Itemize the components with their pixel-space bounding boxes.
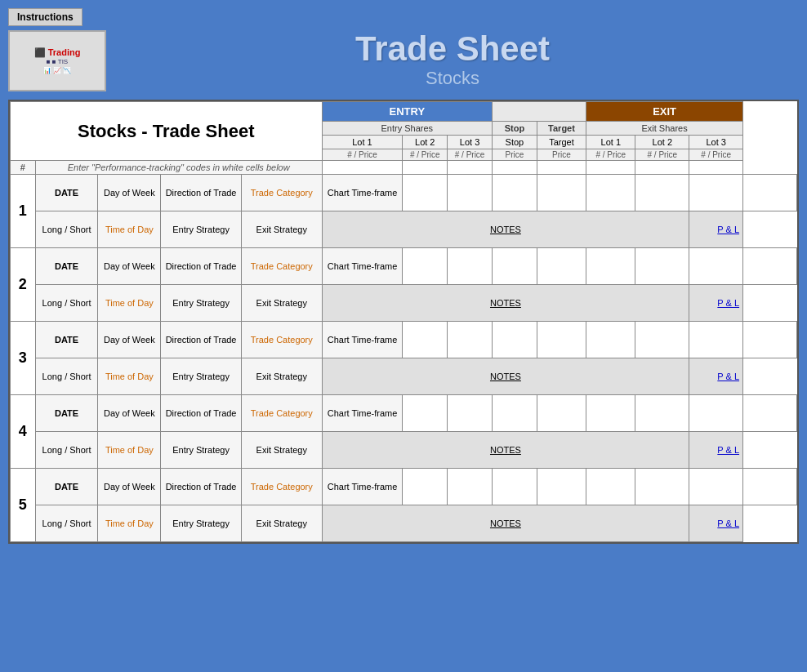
row1-entry-lot2[interactable] [448, 175, 493, 211]
exit-header: EXIT [586, 102, 743, 122]
row5-entry-lot2[interactable] [448, 469, 493, 505]
row3-exit-lot1[interactable] [635, 322, 689, 358]
track-lot1[interactable] [322, 161, 403, 175]
row2-target[interactable] [586, 248, 635, 285]
row1-entry-strategy-label: Entry Strategy [161, 211, 242, 248]
row4-exit-strategy-label: Exit Strategy [241, 432, 322, 469]
hash-cell: # [11, 161, 36, 175]
row2-direction-label: Direction of Trade [161, 248, 242, 285]
track-exit-lot2[interactable] [635, 161, 689, 175]
row3-entry-lot3[interactable] [493, 322, 537, 358]
instructions-btn-area: Instructions [8, 8, 799, 30]
row4-entry-lot2[interactable] [448, 395, 493, 432]
row2-exit-lot1[interactable] [635, 248, 689, 285]
row2-exit-strategy-label: Exit Strategy [241, 285, 322, 322]
exit-lot3-price: # / Price [689, 149, 743, 161]
row4-entry-lot1[interactable] [403, 395, 448, 432]
row4-notes: NOTES [322, 432, 689, 469]
row4-exit-lot2[interactable] [689, 395, 743, 432]
row1-date-label: DATE [35, 175, 98, 211]
entry-lot2-price: # / Price [403, 149, 448, 161]
row5-exit-lot1[interactable] [635, 469, 689, 505]
row3-entry-lot2[interactable] [448, 322, 493, 358]
exit-lot2-header: Lot 2 [635, 136, 689, 149]
row5-timeofday-label: Time of Day [98, 505, 161, 542]
row5-entry-lot3[interactable] [493, 469, 537, 505]
row4-stop[interactable] [537, 395, 586, 432]
row3-direction-label: Direction of Trade [161, 322, 242, 358]
row1-category-label: Trade Category [241, 175, 322, 211]
row3-entry-lot1[interactable] [403, 322, 448, 358]
row1-stop[interactable] [537, 175, 586, 211]
row5-exit-lot3[interactable] [743, 469, 797, 505]
row5-pnl: P & L [689, 505, 743, 542]
row5-category-label: Trade Category [241, 469, 322, 505]
entry-lot1-price: # / Price [322, 149, 403, 161]
row5-direction-label: Direction of Trade [161, 469, 242, 505]
exit-lot3-header: Lot 3 [689, 136, 743, 149]
row2-longshort-label: Long / Short [35, 285, 98, 322]
row-num-4: 4 [11, 395, 36, 469]
row2-timeofday-label: Time of Day [98, 285, 161, 322]
row3-exit-lot3[interactable] [743, 322, 797, 358]
row5-dow-label: Day of Week [98, 469, 161, 505]
row2-stop[interactable] [537, 248, 586, 285]
exit-lot2-price: # / Price [635, 149, 689, 161]
track-exit-lot1[interactable] [586, 161, 635, 175]
row3-category-label: Trade Category [241, 322, 322, 358]
stop-price-sub: Price [493, 149, 537, 161]
target-price-sub: Price [537, 149, 586, 161]
row3-date-label: DATE [35, 322, 98, 358]
row4-timeofday-label: Time of Day [98, 432, 161, 469]
row5-exit-lot2[interactable] [689, 469, 743, 505]
track-lot3[interactable] [448, 161, 493, 175]
track-lot2[interactable] [403, 161, 448, 175]
logo-area: ⬛ Trading ■ ■ TIS 📊 📈 📉 [8, 30, 106, 91]
row3-chart-label: Chart Time-frame [322, 322, 403, 358]
target-price-header: Target [537, 122, 586, 136]
row5-entry-strategy-label: Entry Strategy [161, 505, 242, 542]
row5-entry-lot1[interactable] [403, 469, 448, 505]
row2-entry-lot2[interactable] [448, 248, 493, 285]
row1-exit-strategy-label: Exit Strategy [241, 211, 322, 248]
track-target[interactable] [537, 161, 586, 175]
row4-exit-lot1[interactable] [635, 395, 689, 432]
row1-entry-lot3[interactable] [493, 175, 537, 211]
row4-entry-strategy-label: Entry Strategy [161, 432, 242, 469]
exit-lot1-price: # / Price [586, 149, 635, 161]
row4-entry-lot3[interactable] [493, 395, 537, 432]
row1-target[interactable] [586, 175, 635, 211]
row4-pnl: P & L [689, 432, 743, 469]
row2-exit-lot2[interactable] [689, 248, 743, 285]
row3-notes: NOTES [322, 358, 689, 395]
row1-exit-lot2[interactable] [689, 175, 743, 211]
row5-exit-strategy-label: Exit Strategy [241, 505, 322, 542]
track-stop[interactable] [493, 161, 537, 175]
instructions-button[interactable]: Instructions [8, 8, 82, 26]
row4-target[interactable] [586, 395, 635, 432]
track-exit-lot3[interactable] [689, 161, 743, 175]
sheet-title: Stocks - Trade Sheet [11, 102, 323, 161]
row5-chart-label: Chart Time-frame [322, 469, 403, 505]
row5-target[interactable] [586, 469, 635, 505]
row2-exit-lot3[interactable] [743, 248, 797, 285]
row4-date-label: DATE [35, 395, 98, 432]
entry-shares-label: Entry Shares [322, 122, 492, 136]
row5-stop[interactable] [537, 469, 586, 505]
row1-entry-lot1[interactable] [403, 175, 448, 211]
row1-exit-lot1[interactable] [635, 175, 689, 211]
entry-lot3-price: # / Price [448, 149, 493, 161]
row4-chart-label: Chart Time-frame [322, 395, 403, 432]
row2-notes: NOTES [322, 285, 689, 322]
row3-target[interactable] [586, 322, 635, 358]
row1-exit-lot3[interactable] [743, 175, 797, 211]
row2-entry-lot3[interactable] [493, 248, 537, 285]
row3-longshort-label: Long / Short [35, 358, 98, 395]
row-num-5: 5 [11, 469, 36, 542]
row3-exit-lot2[interactable] [689, 322, 743, 358]
row2-entry-lot1[interactable] [403, 248, 448, 285]
row3-timeofday-label: Time of Day [98, 358, 161, 395]
row4-exit-lot3[interactable] [743, 395, 797, 432]
row2-pnl: P & L [689, 285, 743, 322]
row3-stop[interactable] [537, 322, 586, 358]
